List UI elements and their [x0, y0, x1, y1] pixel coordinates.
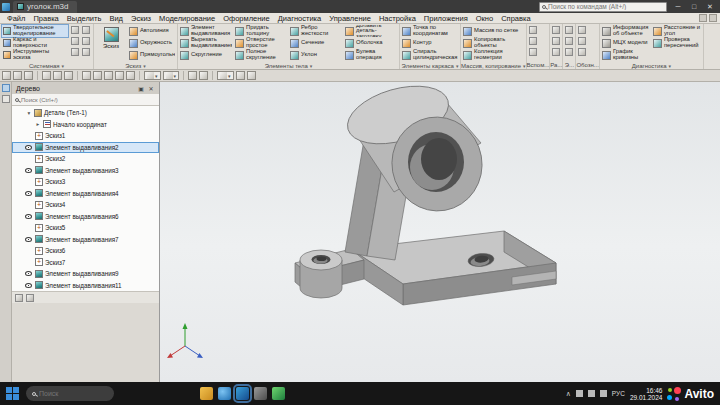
network-icon[interactable]: [588, 390, 595, 397]
menu-management[interactable]: Управление: [325, 13, 375, 24]
group-label-diagnostics[interactable]: Диагностика▾: [600, 62, 703, 69]
tree-settings-icon[interactable]: [26, 294, 34, 302]
visibility-eye-icon[interactable]: [25, 145, 32, 150]
tree-item[interactable]: Элемент выдавливания3: [12, 165, 159, 177]
designation-icon[interactable]: [578, 26, 586, 34]
menu-view[interactable]: Вид: [105, 13, 127, 24]
kompas-app-icon[interactable]: [236, 387, 249, 400]
undo-icon[interactable]: [42, 71, 51, 80]
menu-diagnostics[interactable]: Диагностика: [274, 13, 325, 24]
object-info-button[interactable]: Информация об объекте: [602, 25, 650, 37]
selection-filter-icon[interactable]: [247, 71, 256, 80]
section-view-icon[interactable]: [199, 71, 208, 80]
command-search-input[interactable]: [548, 3, 664, 10]
visibility-eye-icon[interactable]: [25, 168, 32, 173]
simple-hole-button[interactable]: Отверстие простое: [235, 37, 287, 49]
visibility-eye-icon[interactable]: [25, 214, 32, 219]
close-button[interactable]: ✕: [702, 1, 718, 13]
tree-item[interactable]: Эскиз1: [12, 130, 159, 142]
tree-item[interactable]: Эскиз5: [12, 222, 159, 234]
group-label-aux3[interactable]: Э...: [563, 60, 575, 69]
tree-panel-tab[interactable]: [2, 84, 10, 92]
help-icon[interactable]: [699, 14, 707, 22]
group-label-aux2[interactable]: Ра...: [550, 60, 562, 69]
menu-modeling[interactable]: Моделирование: [155, 13, 219, 24]
volume-icon[interactable]: [576, 390, 583, 397]
close-panel-icon[interactable]: ✕: [147, 85, 155, 92]
visibility-eye-icon[interactable]: [25, 237, 32, 242]
menu-drawing[interactable]: Оформление: [219, 13, 274, 24]
taskbar-search[interactable]: [26, 386, 114, 401]
base-icon[interactable]: [578, 48, 586, 56]
redo-icon[interactable]: [71, 48, 79, 56]
browser-icon[interactable]: [218, 387, 231, 400]
tree-item[interactable]: Элемент выдавливания9: [12, 268, 159, 280]
section-button[interactable]: Сечение: [290, 37, 342, 49]
cut-extrude-button[interactable]: Вырезать выдавливанием: [180, 37, 232, 49]
visibility-eye-icon[interactable]: [25, 271, 32, 276]
text-icon[interactable]: [565, 48, 573, 56]
group-label-aux4[interactable]: Обозн...: [576, 60, 598, 69]
annotation-icon[interactable]: [565, 26, 573, 34]
tree-filter-icon[interactable]: [15, 294, 23, 302]
aux-point-icon[interactable]: [529, 48, 537, 56]
pin-panel-icon[interactable]: ▣: [137, 85, 145, 92]
boolean-button[interactable]: Булева операция: [345, 49, 397, 61]
tree-item[interactable]: Эскиз2: [12, 153, 159, 165]
tree-item[interactable]: Эскиз7: [12, 257, 159, 269]
refresh-icon[interactable]: [82, 48, 90, 56]
account-icon[interactable]: [709, 14, 717, 22]
menu-settings[interactable]: Настройка: [375, 13, 420, 24]
draft-button[interactable]: Уклон: [290, 49, 342, 61]
tree-search[interactable]: [12, 94, 159, 106]
taskbar-search-input[interactable]: [39, 390, 108, 397]
tree-item[interactable]: Элемент выдавливания11: [12, 280, 159, 292]
tree-item[interactable]: Элемент выдавливания4: [12, 188, 159, 200]
group-label-system[interactable]: Системная▾: [0, 62, 93, 69]
curvature-graph-button[interactable]: График кривизны: [602, 49, 650, 61]
geometry-collection-button[interactable]: Коллекция геометрии: [463, 49, 519, 61]
redo-icon[interactable]: [53, 71, 62, 80]
expand-arrow-icon[interactable]: ▸: [35, 121, 41, 127]
tree-item[interactable]: Элемент выдавливания6: [12, 211, 159, 223]
marker-icon[interactable]: [552, 48, 560, 56]
thicken-button[interactable]: Придать толщину: [235, 25, 287, 37]
menu-file[interactable]: Файл: [3, 13, 29, 24]
model-3d[interactable]: [160, 82, 720, 383]
mode-sketch-tools[interactable]: Инструменты эскиза: [2, 49, 68, 61]
save-icon[interactable]: [13, 71, 22, 80]
grid-icon[interactable]: [236, 71, 245, 80]
full-fillet-button[interactable]: Полное скругление: [235, 49, 287, 61]
roughness-icon[interactable]: [578, 37, 586, 45]
tree-search-input[interactable]: [21, 97, 156, 103]
visibility-eye-icon[interactable]: [25, 191, 32, 196]
tree-item-selected[interactable]: Элемент выдавливания2: [12, 142, 159, 154]
copy-objects-button[interactable]: Копировать объекты: [463, 37, 519, 49]
tree-item[interactable]: Эскиз4: [12, 199, 159, 211]
extrude-button[interactable]: Элемент выдавливания: [180, 25, 232, 37]
menu-sketch[interactable]: Эскиз: [127, 13, 155, 24]
aux-plane-icon[interactable]: [529, 26, 537, 34]
print-icon[interactable]: [24, 71, 33, 80]
messenger-app-icon[interactable]: [272, 387, 285, 400]
add-stock-part-button[interactable]: Добавить деталь-заготовку: [345, 25, 397, 37]
group-label-array[interactable]: Массив, копирование▾: [461, 62, 526, 69]
display-mode-dropdown[interactable]: ▾: [163, 71, 180, 80]
autoline-button[interactable]: Автолиния: [129, 25, 175, 37]
viewport-3d[interactable]: [160, 82, 720, 382]
measure-icon[interactable]: [552, 37, 560, 45]
sketch-button[interactable]: Эскиз: [96, 25, 126, 49]
rib-button[interactable]: Ребро жесткости: [290, 25, 342, 37]
tree-item[interactable]: Элемент выдавливания7: [12, 234, 159, 246]
layers-panel-tab[interactable]: [2, 95, 10, 103]
rectangle-button[interactable]: Прямоугольник: [129, 49, 175, 61]
tree-item[interactable]: Эскиз3: [12, 176, 159, 188]
tree-root-part[interactable]: ▾ Деталь (Тел-1): [12, 107, 159, 119]
menu-select[interactable]: Выделить: [63, 13, 106, 24]
document-tab[interactable]: уголок.m3d: [13, 1, 77, 13]
grid-pattern-button[interactable]: Массив по сетке: [463, 25, 519, 37]
dimension-icon[interactable]: [552, 26, 560, 34]
tree-origin[interactable]: ▸ Начало координат: [12, 119, 159, 131]
group-label-sketch[interactable]: Эскиз▾: [94, 62, 177, 69]
circle-button[interactable]: Окружность: [129, 37, 175, 49]
